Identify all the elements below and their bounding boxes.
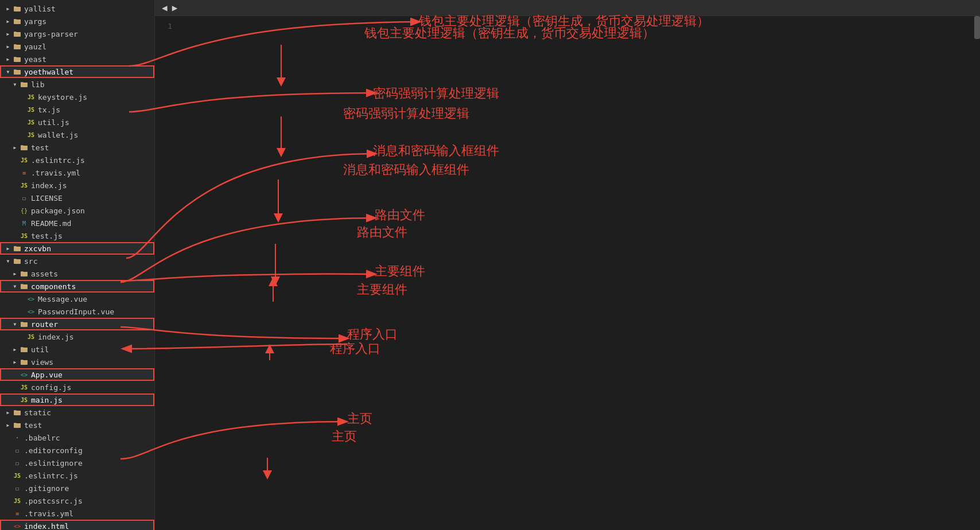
sidebar-item-zxcvbn[interactable]: ▶ zxcvbn [0, 242, 154, 255]
annotation-main-component: 主要组件 [357, 281, 407, 298]
vertical-scrollbar[interactable] [974, 16, 980, 530]
file-icon-keystore.js: JS [26, 92, 36, 102]
sidebar-item-yeast[interactable]: ▶ yeast [0, 53, 154, 65]
code-area [176, 16, 980, 25]
sidebar-item-gitignore[interactable]: ▶☐.gitignore [0, 482, 154, 494]
file-icon-test2 [13, 420, 22, 430]
file-icon-wallet.js: JS [26, 130, 36, 139]
sidebar-item-App.vue[interactable]: ▶<>App.vue [0, 368, 154, 381]
item-label-yeast: yeast [24, 55, 152, 64]
file-icon-yauzl [13, 42, 22, 51]
file-icon-tx.js: JS [26, 105, 36, 114]
sidebar-item-yoethwallet[interactable]: ▼ yoethwallet [0, 65, 154, 78]
sidebar-item-test2[interactable]: ▶ test [0, 419, 154, 431]
sidebar-item-config.js[interactable]: ▶JSconfig.js [0, 381, 154, 393]
sidebar-item-assets[interactable]: ▶ assets [0, 267, 154, 280]
sidebar-item-main.js[interactable]: ▶JSmain.js [0, 393, 154, 406]
sidebar-item-README.md[interactable]: ▶MREADME.md [0, 217, 154, 229]
file-icon-eslintrc.js2: JS [13, 471, 22, 480]
sidebar-item-keystore.js[interactable]: ▶JSkeystore.js [0, 91, 154, 103]
sidebar-item-yargs[interactable]: ▶ yargs [0, 15, 154, 28]
tree-arrow-zxcvbn: ▶ [3, 244, 13, 253]
svg-rect-13 [21, 348, 28, 352]
sidebar-item-util[interactable]: ▶ util [0, 343, 154, 356]
sidebar-item-yallist[interactable]: ▶ yallist [0, 2, 154, 15]
sidebar-item-LICENSE[interactable]: ▶☐LICENSE [0, 192, 154, 204]
sidebar-item-postcssrc.js[interactable]: ▶JS.postcssrc.js [0, 494, 154, 507]
line-numbers: 1 [155, 16, 176, 32]
annotation-text-1: 钱包主要处理逻辑（密钥生成，货币交易处理逻辑） [364, 26, 655, 40]
scrollbar-thumb[interactable] [974, 16, 980, 39]
sidebar-item-editorconfig[interactable]: ▶☐.editorconfig [0, 444, 154, 457]
item-label-zxcvbn: zxcvbn [24, 244, 152, 253]
file-icon-views [20, 357, 29, 367]
annotation-text-6: 程序入口 [330, 341, 380, 356]
annotation-wallet-logic: 钱包主要处理逻辑（密钥生成，货币交易处理逻辑） [364, 25, 655, 42]
tree-arrow-yauzl: ▶ [3, 42, 13, 51]
item-label-src: src [24, 257, 152, 266]
file-icon-util.js: JS [26, 118, 36, 127]
item-label-message.vue: Message.vue [38, 295, 152, 303]
svg-rect-5 [14, 70, 21, 75]
sidebar-item-lib[interactable]: ▼ lib [0, 78, 154, 91]
file-icon-postcssrc.js: JS [13, 496, 22, 505]
sidebar-item-message.vue[interactable]: ▶<>Message.vue [0, 293, 154, 305]
sidebar-item-eslintrc.js[interactable]: ▶JS.eslintrc.js [0, 154, 154, 166]
arrow-svg-6 [155, 16, 310, 395]
item-label-util.js: util.js [38, 118, 152, 127]
back-button[interactable]: ◀ [160, 1, 170, 14]
sidebar-item-components[interactable]: ▼ components [0, 280, 154, 293]
sidebar-item-wallet.js[interactable]: ▶JSwallet.js [0, 128, 154, 141]
sidebar-item-babelrc[interactable]: ▶·.babelrc [0, 431, 154, 444]
svg-rect-6 [21, 83, 28, 87]
sidebar-item-eslintignore[interactable]: ▶☐.eslintignore [0, 457, 154, 469]
tree-arrow-util: ▶ [10, 345, 20, 354]
sidebar-item-static[interactable]: ▶ static [0, 406, 154, 419]
file-icon-gitignore: ☐ [13, 484, 22, 493]
svg-rect-3 [14, 45, 21, 49]
sidebar-item-views[interactable]: ▶ views [0, 356, 154, 368]
item-label-travis.yml2: .travis.yml [24, 509, 152, 518]
sidebar-item-travis.yml2[interactable]: ▶≡.travis.yml [0, 507, 154, 520]
item-label-yargs: yargs [24, 17, 152, 26]
tree-arrow-yallist: ▶ [3, 4, 13, 13]
sidebar-item-test-folder[interactable]: ▶ test [0, 141, 154, 154]
svg-rect-9 [14, 259, 21, 264]
tree-arrow-assets: ▶ [10, 269, 20, 278]
file-icon-eslintignore: ☐ [13, 458, 22, 467]
annotation-text-2: 密码强弱计算处理逻辑 [343, 106, 469, 120]
tree-arrow-yargs-parser: ▶ [3, 29, 13, 38]
sidebar-item-passwordinput.vue[interactable]: ▶<>PasswordInput.vue [0, 305, 154, 318]
sidebar-item-eslintrc.js2[interactable]: ▶JS.eslintrc.js [0, 469, 154, 482]
sidebar-item-test.js[interactable]: ▶JStest.js [0, 229, 154, 242]
sidebar-item-router[interactable]: ▼ router [0, 318, 154, 330]
item-label-passwordinput.vue: PasswordInput.vue [38, 307, 152, 316]
sidebar-item-router-index.js[interactable]: ▶JSindex.js [0, 330, 154, 343]
tree-arrow-static: ▶ [3, 408, 13, 417]
file-icon-App.vue: <> [20, 370, 29, 379]
sidebar-item-index.html[interactable]: ▶<>index.html [0, 520, 154, 530]
item-label-test-folder: test [31, 143, 152, 152]
item-label-eslintrc.js: .eslintrc.js [31, 156, 152, 165]
item-label-main.js: main.js [31, 396, 152, 404]
item-label-lib: lib [31, 80, 152, 89]
sidebar-item-src[interactable]: ▼ src [0, 255, 154, 267]
sidebar-item-util.js[interactable]: ▶JSutil.js [0, 116, 154, 128]
sidebar-item-yauzl[interactable]: ▶ yauzl [0, 40, 154, 53]
sidebar-item-tx.js[interactable]: ▶JStx.js [0, 103, 154, 116]
file-tree-sidebar[interactable]: ▶ yallist▶ yargs▶ yargs-parser▶ yauzl▶ y… [0, 0, 155, 530]
svg-rect-8 [14, 247, 21, 251]
item-label-config.js: config.js [31, 383, 152, 392]
sidebar-item-package.json[interactable]: ▶{}package.json [0, 204, 154, 217]
forward-button[interactable]: ▶ [170, 1, 180, 14]
tree-arrow-router: ▼ [10, 319, 20, 329]
sidebar-item-index.js[interactable]: ▶JSindex.js [0, 179, 154, 192]
annotation-router: 路由文件 [357, 224, 407, 241]
arrow-svg-1 [155, 16, 310, 102]
file-icon-package.json: {} [20, 206, 29, 215]
item-label-router-index.js: index.js [38, 333, 152, 341]
file-icon-editorconfig: ☐ [13, 446, 22, 455]
sidebar-item-travis.yml[interactable]: ▶≡.travis.yml [0, 166, 154, 179]
sidebar-item-yargs-parser[interactable]: ▶ yargs-parser [0, 28, 154, 40]
file-icon-static [13, 408, 22, 417]
